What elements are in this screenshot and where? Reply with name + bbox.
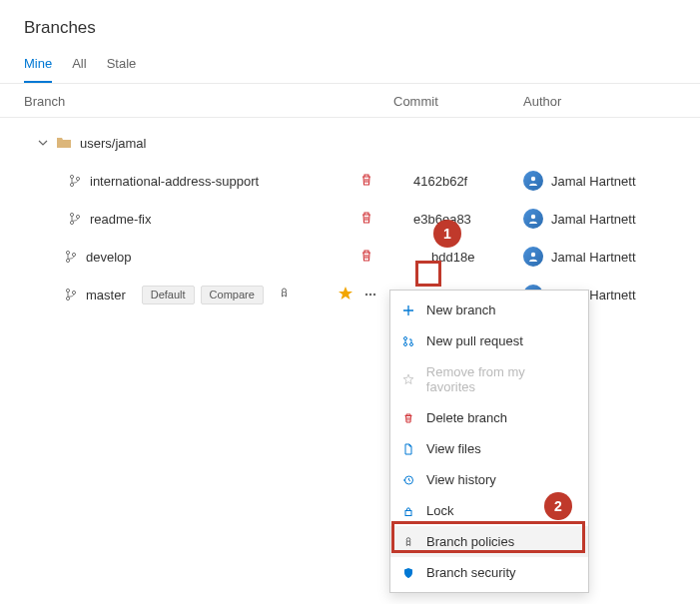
svg-point-11 [531, 253, 535, 257]
svg-point-18 [373, 294, 375, 296]
svg-point-8 [66, 251, 69, 254]
author-cell[interactable]: Jamal Hartnett [523, 247, 676, 267]
svg-point-15 [282, 289, 286, 293]
branch-icon [64, 250, 78, 264]
svg-point-20 [404, 336, 407, 339]
svg-point-25 [406, 537, 410, 541]
menu-remove-favorite: Remove from my favorites [390, 356, 588, 402]
trash-icon[interactable] [359, 173, 373, 190]
svg-point-10 [72, 253, 75, 256]
svg-point-7 [531, 215, 535, 219]
svg-rect-24 [405, 510, 411, 515]
table-row[interactable]: international-address-support 4162b62f J… [0, 162, 700, 200]
more-actions-button[interactable] [359, 284, 381, 305]
menu-label: Delete branch [426, 410, 507, 425]
column-commit[interactable]: Commit [393, 94, 523, 109]
trash-icon [402, 412, 416, 424]
menu-lock[interactable]: Lock [390, 495, 588, 526]
tabs: Mine All Stale [0, 48, 700, 84]
branch-name: master [86, 288, 126, 302]
menu-label: Lock [426, 503, 453, 518]
svg-point-0 [70, 175, 73, 178]
menu-view-files[interactable]: View files [390, 433, 588, 464]
svg-point-22 [410, 342, 413, 345]
tab-mine[interactable]: Mine [24, 48, 52, 83]
avatar [523, 247, 543, 267]
branch-name: readme-fix [90, 212, 151, 227]
menu-label: New branch [426, 302, 495, 317]
folder-icon [56, 136, 72, 150]
folder-row[interactable]: users/jamal [0, 124, 700, 162]
tag-compare: Compare [201, 286, 264, 304]
table-row[interactable]: readme-fix e3b6ea83 Jamal Hartnett [0, 200, 700, 238]
menu-label: Remove from my favorites [426, 364, 576, 394]
branch-tags: Default Compare [142, 286, 264, 304]
chevron-down-icon[interactable] [38, 138, 48, 148]
history-icon [402, 474, 416, 486]
trash-icon[interactable] [359, 211, 373, 228]
shield-icon [402, 567, 416, 579]
svg-point-2 [76, 177, 79, 180]
svg-point-21 [404, 342, 407, 345]
svg-point-1 [70, 183, 73, 186]
svg-point-17 [369, 294, 371, 296]
pull-request-icon [402, 335, 416, 347]
context-menu: New branch New pull request Remove from … [389, 290, 589, 593]
branch-name: international-address-support [90, 174, 259, 189]
star-outline-icon [402, 373, 416, 385]
author-name: Jamal Hartnett [551, 212, 636, 227]
table-header: Branch Commit Author [0, 84, 700, 118]
commit-hash[interactable]: e3b6ea83 [393, 212, 523, 227]
svg-point-5 [70, 221, 73, 224]
page-title: Branches [0, 0, 700, 48]
svg-point-4 [70, 213, 73, 216]
author-cell[interactable]: Jamal Hartnett [523, 209, 676, 229]
menu-new-branch[interactable]: New branch [390, 295, 588, 325]
svg-point-3 [531, 177, 535, 181]
column-branch[interactable]: Branch [24, 94, 393, 109]
policy-icon [402, 536, 416, 548]
avatar [523, 209, 543, 229]
tab-stale[interactable]: Stale [107, 48, 137, 83]
folder-name: users/jamal [80, 136, 146, 151]
author-cell[interactable]: Jamal Hartnett [523, 171, 676, 191]
tag-default: Default [142, 286, 195, 304]
menu-label: Branch security [426, 565, 516, 580]
file-icon [402, 443, 416, 455]
svg-point-9 [66, 259, 69, 262]
trash-icon[interactable] [359, 249, 373, 266]
plus-icon [402, 304, 416, 316]
commit-hash[interactable]: bdd18e [393, 250, 523, 265]
menu-new-pr[interactable]: New pull request [390, 325, 588, 356]
branch-icon [64, 288, 78, 302]
table-row[interactable]: master Default Compare 4162b62f Jamal Ha… [0, 276, 700, 313]
svg-point-6 [76, 215, 79, 218]
menu-label: Branch policies [426, 534, 514, 549]
author-name: Jamal Hartnett [551, 250, 636, 265]
menu-label: New pull request [426, 333, 523, 348]
tab-all[interactable]: All [72, 48, 86, 83]
svg-point-16 [365, 294, 367, 296]
branch-icon [68, 212, 82, 226]
column-author[interactable]: Author [523, 94, 676, 109]
star-icon[interactable] [338, 286, 353, 304]
table-row[interactable]: develop bdd18e Jamal Hartnett [0, 238, 700, 276]
svg-point-13 [66, 297, 69, 300]
policy-badge-icon [278, 287, 291, 302]
author-name: Jamal Hartnett [551, 174, 636, 189]
branch-icon [68, 174, 82, 188]
menu-delete-branch[interactable]: Delete branch [390, 402, 588, 433]
commit-hash[interactable]: 4162b62f [393, 174, 523, 189]
lock-icon [402, 505, 416, 517]
menu-label: View history [426, 472, 496, 487]
menu-branch-policies[interactable]: Branch policies [390, 526, 588, 557]
avatar [523, 171, 543, 191]
branch-rows: users/jamal international-address-suppor… [0, 118, 700, 319]
svg-point-14 [72, 291, 75, 294]
menu-view-history[interactable]: View history [390, 464, 588, 495]
menu-label: View files [426, 441, 481, 456]
svg-point-12 [66, 289, 69, 292]
menu-branch-security[interactable]: Branch security [390, 557, 588, 588]
branch-name: develop [86, 250, 132, 265]
